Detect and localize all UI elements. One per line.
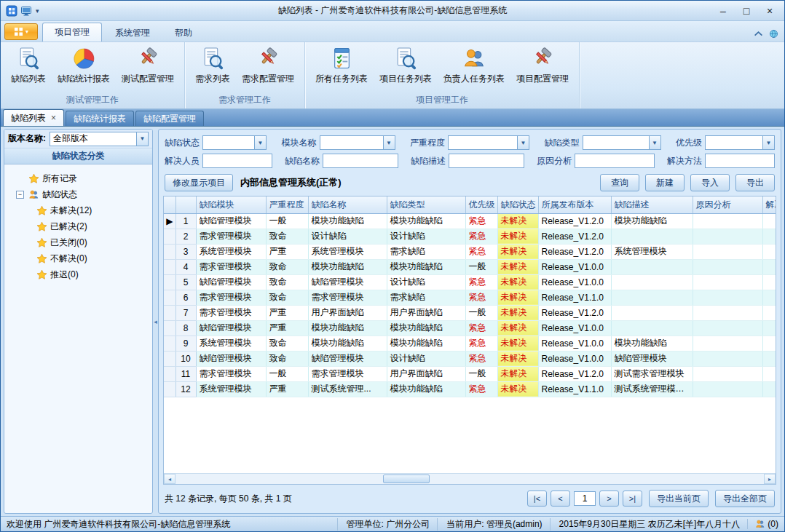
grid-cell[interactable]: 未解决 — [497, 213, 538, 229]
grid-cell[interactable]: 严重 — [266, 305, 308, 320]
grid-cell[interactable]: 缺陷管理模块 — [196, 213, 266, 229]
chevron-down-icon[interactable]: ▼ — [136, 132, 148, 146]
grid-cell[interactable]: 需求缺陷 — [387, 290, 465, 305]
grid-cell[interactable] — [762, 366, 776, 381]
grid-cell[interactable]: 系统管理模块 — [196, 336, 266, 351]
cause-analysis-filter-input[interactable] — [575, 154, 655, 168]
grid-cell[interactable]: Release_V1.2.0 — [538, 244, 611, 259]
grid-cell[interactable]: 用户界面缺陷 — [308, 305, 387, 320]
collapse-icon[interactable]: − — [16, 191, 24, 199]
grid-cell[interactable]: 需求管理模块 — [196, 259, 266, 274]
grid-cell[interactable] — [762, 213, 776, 229]
grid-cell[interactable] — [762, 290, 776, 305]
grid-cell[interactable] — [611, 320, 693, 336]
doc-tab-defect-list[interactable]: 缺陷列表× — [3, 109, 64, 126]
grid-cell[interactable]: 缺陷管理模块 — [308, 274, 387, 290]
scroll-left-icon[interactable]: ◂ — [164, 474, 175, 484]
grid-cell[interactable]: Release_V1.0.0 — [538, 351, 611, 366]
grid-cell[interactable]: 紧急 — [465, 244, 497, 259]
grid-cell[interactable]: 紧急 — [465, 381, 497, 397]
requirement-list-button[interactable]: 需求列表 — [189, 44, 236, 87]
grid-cell[interactable] — [693, 305, 762, 320]
grid-cell[interactable]: 未解决 — [497, 381, 538, 397]
close-icon[interactable]: × — [51, 114, 56, 122]
project-tasks-list-button[interactable]: 项目任务列表 — [374, 44, 438, 87]
grid-cell[interactable]: Release_V1.0.0 — [538, 320, 611, 336]
grid-cell[interactable]: 模块功能缺陷 — [308, 213, 387, 229]
grid-cell[interactable]: 致命 — [266, 229, 308, 244]
grid-cell[interactable] — [762, 274, 776, 290]
column-header-description[interactable]: 缺陷描述 — [611, 196, 693, 213]
collapse-sidebar-icon[interactable]: ◂ — [154, 318, 157, 325]
defect-name-filter-input[interactable] — [323, 154, 398, 168]
chevron-down-icon[interactable]: ▼ — [649, 136, 660, 149]
grid-cell[interactable]: 系统管理模块 — [611, 244, 693, 259]
grid-cell[interactable]: Release_V1.2.0 — [538, 305, 611, 320]
grid-cell[interactable]: 严重 — [266, 320, 308, 336]
grid-cell[interactable]: 缺陷管理模块 — [196, 351, 266, 366]
tree-item-closed[interactable]: 已关闭(0) — [7, 234, 149, 250]
grid-cell[interactable] — [693, 274, 762, 290]
grid-cell[interactable]: Release_V1.2.0 — [538, 213, 611, 229]
grid-cell[interactable]: 未解决 — [497, 229, 538, 244]
grid-cell[interactable] — [611, 274, 693, 290]
column-header-status[interactable]: 缺陷状态 — [497, 196, 538, 213]
grid-cell[interactable]: 未解决 — [497, 244, 538, 259]
table-row[interactable]: 3系统管理模块严重系统管理模块需求缺陷紧急未解决Release_V1.2.0系统… — [164, 244, 776, 259]
monitor-icon[interactable] — [20, 5, 32, 17]
solution-filter-input[interactable] — [705, 154, 775, 168]
app-icon[interactable] — [6, 5, 17, 17]
grid-cell[interactable] — [611, 259, 693, 274]
row-selector[interactable]: ▶ — [164, 213, 175, 229]
grid-cell[interactable]: 模块功能缺陷 — [387, 213, 465, 229]
grid-cell[interactable] — [693, 244, 762, 259]
import-button[interactable]: 导入 — [690, 174, 730, 191]
grid-cell[interactable] — [693, 336, 762, 351]
grid-cell[interactable]: Release_V1.2.0 — [538, 229, 611, 244]
scrollbar-thumb[interactable] — [383, 475, 430, 483]
grid-cell[interactable]: 设计缺陷 — [387, 274, 465, 290]
grid-cell[interactable]: 缺陷管理模块 — [196, 274, 266, 290]
priority-filter-combo[interactable]: ▼ — [705, 135, 775, 150]
tree-item-defect-status[interactable]: −缺陷状态 — [7, 186, 149, 202]
splitter[interactable]: ◂ — [153, 129, 158, 514]
table-row[interactable]: 11需求管理模块一般需求管理模块用户界面缺陷一般未解决Release_V1.2.… — [164, 366, 776, 381]
grid-cell[interactable]: Release_V1.2.0 — [538, 366, 611, 381]
table-row[interactable]: 5缺陷管理模块致命缺陷管理模块设计缺陷紧急未解决Release_V1.0.0 — [164, 274, 776, 290]
defect-description-filter-input[interactable] — [449, 154, 524, 168]
grid-cell[interactable]: 模块功能缺陷 — [611, 336, 693, 351]
grid-cell[interactable]: 系统管理模块 — [196, 381, 266, 397]
tree-item-all-records[interactable]: 所有记录 — [7, 170, 149, 186]
row-selector[interactable] — [164, 244, 175, 259]
grid-cell[interactable]: 缺陷管理模块 — [196, 320, 266, 336]
grid-cell[interactable]: 一般 — [266, 366, 308, 381]
grid-cell[interactable]: 模块功能缺陷 — [308, 320, 387, 336]
row-selector[interactable] — [164, 229, 175, 244]
row-selector[interactable] — [164, 274, 175, 290]
row-selector[interactable] — [164, 351, 175, 366]
defect-type-filter-combo[interactable]: ▼ — [583, 135, 661, 150]
tab-help[interactable]: 帮助 — [163, 24, 204, 41]
chevron-up-icon[interactable] — [754, 29, 763, 39]
minimize-button[interactable]: – — [711, 3, 735, 19]
grid-cell[interactable] — [693, 229, 762, 244]
grid-cell[interactable] — [762, 351, 776, 366]
grid-cell[interactable]: 需求缺陷 — [387, 244, 465, 259]
grid-cell[interactable] — [693, 366, 762, 381]
severity-filter-combo[interactable]: ▼ — [448, 135, 529, 150]
grid-cell[interactable]: 用户界面缺陷 — [387, 366, 465, 381]
export-button[interactable]: 导出 — [735, 174, 775, 191]
grid-cell[interactable]: 紧急 — [465, 274, 497, 290]
tree-item-resolved[interactable]: 已解决(2) — [7, 218, 149, 234]
grid-cell[interactable]: Release_V1.0.0 — [538, 259, 611, 274]
row-selector[interactable] — [164, 259, 175, 274]
grid-cell[interactable]: Release_V1.0.0 — [538, 336, 611, 351]
grid-cell[interactable] — [693, 290, 762, 305]
module-name-filter-combo[interactable]: ▼ — [320, 135, 395, 150]
table-row[interactable]: 10缺陷管理模块致命缺陷管理模块设计缺陷紧急未解决Release_V1.0.0缺… — [164, 351, 776, 366]
table-row[interactable]: 8缺陷管理模块严重模块功能缺陷模块功能缺陷紧急未解决Release_V1.0.0 — [164, 320, 776, 336]
query-button[interactable]: 查询 — [600, 174, 639, 191]
tab-system-mgmt[interactable]: 系统管理 — [103, 24, 162, 41]
grid-cell[interactable]: 测试需求管理模块 — [611, 366, 693, 381]
grid-cell[interactable] — [693, 381, 762, 397]
